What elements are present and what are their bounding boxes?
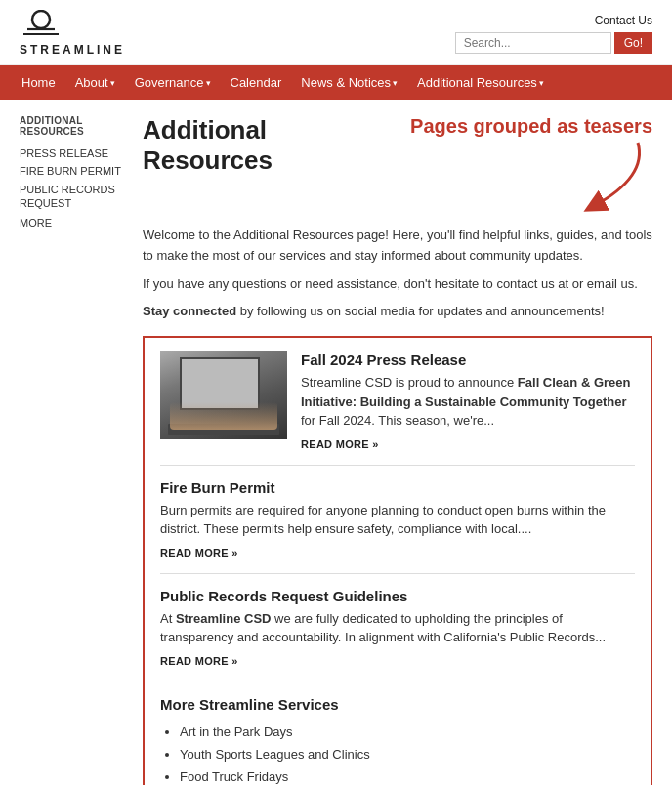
main-content: Additional Resources Pages grouped as te… [143, 115, 652, 785]
teaser-title-public-records: Public Records Request Guidelines [160, 588, 635, 604]
list-item-art: Art in the Park Days [180, 721, 635, 743]
nav-item-about[interactable]: About ▾ [65, 65, 125, 100]
search-row: Go! [455, 32, 652, 54]
contact-us-link[interactable]: Contact Us [595, 14, 652, 27]
sidebar-link-more[interactable]: MORE [20, 214, 125, 231]
go-button[interactable]: Go! [614, 32, 652, 54]
teaser-text-press-release: Streamline CSD is proud to announce Fall… [301, 373, 635, 431]
governance-arrow-icon: ▾ [206, 78, 211, 88]
page-title: Additional Resources [143, 115, 400, 176]
annotation-label: Pages grouped as teasers [410, 115, 652, 138]
list-item-youth-sports: Youth Sports Leagues and Clinics [180, 743, 635, 765]
intro-paragraph-2: If you have any questions or need assist… [143, 274, 652, 295]
teaser-title-more-services: More Streamline Services [160, 696, 635, 713]
nav-item-calendar[interactable]: Calendar [221, 65, 292, 100]
sidebar-title: ADDITIONAL RESOURCES [20, 115, 125, 137]
annotation-arrow-icon [565, 138, 652, 216]
nav-bar: Home About ▾ Governance ▾ Calendar News … [0, 65, 672, 100]
teaser-text-public-records: At Streamline CSD we are fully dedicated… [160, 609, 635, 647]
teaser-image-press-release [160, 351, 287, 439]
teaser-item-more-services: More Streamline Services Art in the Park… [160, 682, 635, 785]
teaser-list-more-services: Art in the Park Days Youth Sports League… [180, 721, 635, 785]
sidebar-link-public-records[interactable]: PUBLIC RECORDS REQUEST [20, 180, 125, 214]
header: STREAMLINE Contact Us Go! [0, 0, 672, 65]
list-item-food-truck: Food Truck Fridays [180, 765, 635, 785]
svg-point-0 [32, 11, 50, 28]
additional-resources-arrow-icon: ▾ [539, 78, 544, 88]
teaser-read-more-press-release[interactable]: READ MORE » [301, 438, 379, 450]
teaser-title-fire-burn-permit: Fire Burn Permit [160, 479, 635, 496]
teaser-text-fire-burn-permit: Burn permits are required for anyone pla… [160, 501, 635, 539]
teaser-title-press-release: Fall 2024 Press Release [301, 351, 635, 368]
intro-paragraph-1: Welcome to the Additional Resources page… [143, 226, 652, 267]
news-arrow-icon: ▾ [393, 78, 398, 88]
nav-item-news[interactable]: News & Notices ▾ [291, 65, 407, 100]
content-wrapper: ADDITIONAL RESOURCES PRESS RELEASE FIRE … [0, 100, 672, 785]
sidebar-link-fire-burn-permit[interactable]: FIRE BURN PERMIT [20, 162, 125, 180]
title-annotation-row: Additional Resources Pages grouped as te… [143, 115, 652, 216]
annotation-container: Pages grouped as teasers [410, 115, 652, 216]
nav-item-additional-resources[interactable]: Additional Resources ▾ [407, 65, 554, 100]
teaser-read-more-fire-burn-permit[interactable]: READ MORE » [160, 547, 238, 558]
sidebar: ADDITIONAL RESOURCES PRESS RELEASE FIRE … [20, 115, 125, 785]
intro-paragraph-3: Stay connected by following us on social… [143, 302, 652, 322]
teaser-item-public-records: Public Records Request Guidelines At Str… [160, 573, 635, 682]
logo-icon [20, 10, 63, 39]
teaser-with-image: Fall 2024 Press Release Streamline CSD i… [160, 351, 635, 451]
header-right: Contact Us Go! [455, 14, 652, 54]
about-arrow-icon: ▾ [110, 78, 115, 88]
nav-item-governance[interactable]: Governance ▾ [125, 65, 221, 100]
logo-area: STREAMLINE [20, 10, 125, 57]
nav-item-home[interactable]: Home [12, 65, 65, 100]
teasers-box: Fall 2024 Press Release Streamline CSD i… [143, 336, 652, 785]
teaser-item-fire-burn-permit: Fire Burn Permit Burn permits are requir… [160, 465, 635, 573]
teaser-read-more-public-records[interactable]: READ MORE » [160, 655, 238, 667]
search-input[interactable] [455, 32, 611, 54]
teaser-content-press-release: Fall 2024 Press Release Streamline CSD i… [301, 351, 635, 451]
logo-text: STREAMLINE [20, 43, 125, 57]
sidebar-link-press-release[interactable]: PRESS RELEASE [20, 145, 125, 162]
teaser-item-press-release: Fall 2024 Press Release Streamline CSD i… [160, 351, 635, 465]
